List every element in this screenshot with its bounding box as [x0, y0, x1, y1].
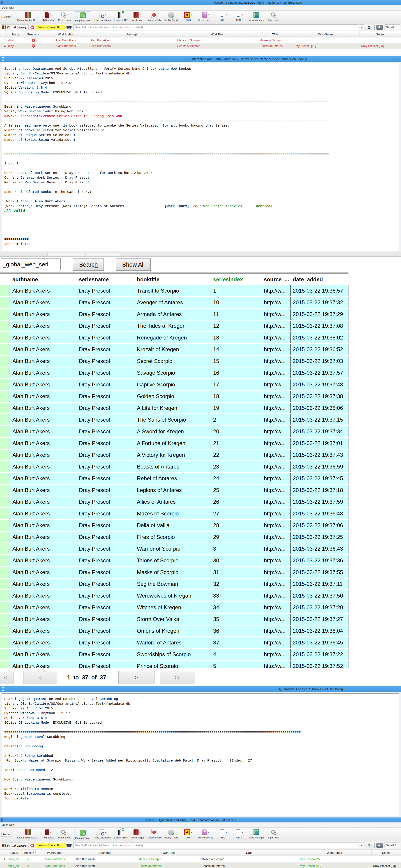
toolbar-item-quarantineandscr[interactable]: QuarantineAndScr...: [17, 829, 38, 840]
web-table-row[interactable]: Alan Burt AkersDray PrescotCaptive Scorp…: [0, 379, 348, 390]
saved-searches-box[interactable]: Saved S...: [384, 24, 400, 30]
chevron-down-icon[interactable]: ▾: [67, 14, 68, 16]
show-all-button[interactable]: Show All: [116, 258, 151, 271]
toolbar-item-open-with[interactable]: Open with: [267, 11, 280, 22]
web-table-row[interactable]: Alan Burt AkersDray PrescotLegions of An…: [0, 485, 348, 496]
chevron-down-icon[interactable]: ▾: [191, 831, 192, 834]
toolbar-item-preferences[interactable]: ▾Preferences: [58, 11, 71, 22]
web-table-row[interactable]: Alan Burt AkersDray PrescotDelia of Vall…: [0, 520, 348, 531]
clear-search-icon[interactable]: [376, 25, 383, 30]
column-header-worktitle[interactable]: WorkTitle: [176, 31, 258, 37]
toolbar-item-q-s[interactable]: ▾Q+S: [182, 11, 195, 22]
toolbar-item-abch[interactable]: ▾ABCH: [233, 11, 246, 22]
toolbar-item-derive-genres[interactable]: ▾Derive Genres: [198, 829, 213, 840]
go-button[interactable]: Go!: [366, 843, 374, 848]
column-header-series[interactable]: Series: [360, 31, 401, 37]
column-header-workseries[interactable]: WorkSeries: [292, 31, 360, 37]
web-table-row[interactable]: Alan Burt AkersDray PrescotWarrior of Sc…: [0, 544, 348, 554]
chevron-down-icon[interactable]: ▾: [50, 14, 52, 16]
prev-page-button[interactable]: <: [23, 671, 57, 684]
query-input[interactable]: [1, 258, 61, 270]
remove-filter-icon[interactable]: [30, 26, 34, 29]
toolbar-item-extract-isbn[interactable]: Extract ISBN: [114, 829, 127, 840]
toolbar-item-modify-epub[interactable]: Modify ePub: [148, 11, 161, 22]
toolbar-item-modify-epub[interactable]: Modify ePub: [148, 829, 161, 840]
column-header-workseries[interactable]: WorkSeries: [297, 850, 372, 856]
toolbar-item-view-manager[interactable]: View Manager: [249, 11, 264, 22]
menu-open-with[interactable]: Open with: [2, 6, 14, 9]
web-table-row[interactable]: Alan Burt AkersDray PrescotA Life for Kr…: [0, 403, 348, 413]
chevron-down-icon[interactable]: ▾: [359, 842, 364, 848]
active-search-filter[interactable]: *authors:"=Alan Bur...: [36, 843, 65, 848]
chevron-down-icon[interactable]: ▾: [208, 831, 209, 834]
chevron-down-icon[interactable]: ▾: [226, 831, 227, 834]
toolbar-item-quarantineandscr[interactable]: QuarantineAndScr...: [17, 11, 38, 22]
last-page-button[interactable]: >>: [160, 671, 195, 684]
column-header-num[interactable]: [0, 850, 6, 856]
chevron-down-icon[interactable]: ▾: [191, 14, 192, 16]
web-table-row[interactable]: Alan Burt AkersDray PrescotAvenger of An…: [0, 297, 348, 308]
column-header-booktitle[interactable]: booktitle: [135, 276, 211, 283]
web-table-row[interactable]: Alan Burt AkersDray PrescotA Fortune of …: [0, 438, 348, 449]
web-table-row[interactable]: Alan Burt AkersDray PrescotSecret Scorpi…: [0, 356, 348, 367]
virtual-library-button[interactable]: Virtual Library: [1, 842, 29, 848]
toolbar-item-abc[interactable]: ▾ABC: [216, 829, 229, 840]
web-table-row[interactable]: Alan Burt AkersDray PrescotSavage Scorpi…: [0, 368, 348, 378]
toolbar-item-q-s[interactable]: ▾Q+S: [182, 829, 195, 840]
column-header-workauthor[interactable]: WorkAuthor: [36, 850, 74, 856]
chevron-down-icon[interactable]: ▾: [226, 14, 227, 16]
column-header-series[interactable]: Series: [372, 850, 401, 856]
virtual-library-button[interactable]: Virtual Library: [1, 24, 29, 30]
job-log[interactable]: Starting job: Quarantine And Scrub: Book…: [2, 693, 399, 816]
title-bar[interactable]: calibre - || QuarantineAndScrub_Test4 ::…: [0, 817, 401, 823]
toolbar-item-plugin-updater[interactable]: Plugin updater: [74, 829, 91, 840]
toolbar-item-add-books[interactable]: ▾Add books: [42, 11, 55, 22]
toolbar-item-find-duplicates[interactable]: ▾Find Duplicates: [94, 829, 111, 840]
table-row[interactable]: 2book_ok✓Alan Burt AkersAlan Burt AkersB…: [0, 863, 401, 868]
web-table-row[interactable]: Alan Burt AkersDray PrescotWerewolves of…: [0, 590, 348, 601]
advanced-search-icon[interactable]: [66, 26, 71, 29]
dialog-title-bar[interactable]: Quarantine And Scrub: Miscellany - Verif…: [0, 56, 401, 62]
web-table-row[interactable]: Alan Burt AkersDray PrescotPrince of Sco…: [0, 661, 348, 668]
toolbar-item-derive-genres[interactable]: ▾Derive Genres: [198, 11, 213, 22]
web-table-row[interactable]: Alan Burt AkersDray PrescotMasks of Scor…: [0, 567, 348, 578]
web-table-row[interactable]: Alan Burt AkersDray PrescotTransit to Sc…: [0, 285, 348, 296]
web-table-row[interactable]: Alan Burt AkersDray PrescotAllies of Ant…: [0, 496, 348, 507]
web-table-row[interactable]: Alan Burt AkersDray PrescotA Sword for K…: [0, 426, 348, 437]
table-row[interactable]: 2dirty✗Alan Burt AkersAlan Burt AkersBea…: [0, 43, 401, 49]
web-table-row[interactable]: Alan Burt AkersDray PrescotThe Tides of …: [0, 320, 348, 331]
web-table-row[interactable]: Alan Burt AkersDray PrescotWitches of Kr…: [0, 602, 348, 613]
toolbar-item-abc[interactable]: ▾ABC: [216, 11, 229, 22]
web-table-row[interactable]: Alan Burt AkersDray PrescotSeg the Bowma…: [0, 579, 348, 589]
menu-open-with[interactable]: Open with: [2, 823, 14, 827]
column-header-freeze[interactable]: Freeze▼: [22, 850, 36, 856]
web-table-row[interactable]: Alan Burt AkersDray PrescotRenegade of K…: [0, 332, 348, 343]
toolbar-item-abch[interactable]: ▾ABCH: [233, 829, 246, 840]
toolbar-item-open-with[interactable]: Open with: [267, 829, 280, 840]
column-header-title[interactable]: Title: [200, 850, 297, 856]
web-table-row[interactable]: Alan Burt AkersDray PrescotArmada of Ant…: [0, 309, 348, 320]
chevron-down-icon[interactable]: ▾: [242, 14, 243, 16]
column-header-status[interactable]: Status: [7, 31, 24, 37]
title-bar[interactable]: calibre - || QuarantineAndScrub_Test4 ::…: [0, 0, 401, 5]
column-header-authname[interactable]: authname: [10, 276, 77, 283]
column-header-source[interactable]: source_...: [261, 276, 290, 283]
web-table-row[interactable]: Alan Burt AkersDray PrescotThe Suns of S…: [0, 414, 348, 425]
next-page-button[interactable]: >: [118, 671, 154, 684]
column-header-worktitle[interactable]: WorkTitle: [137, 850, 200, 856]
restart-button[interactable]: Restart: [1, 15, 11, 19]
column-header-title[interactable]: Title: [258, 31, 292, 37]
web-table-row[interactable]: Alan Burt AkersDray PrescotA Victory for…: [0, 450, 348, 460]
window-divider[interactable]: [0, 252, 401, 257]
remove-filter-icon[interactable]: [30, 844, 34, 847]
column-header-seriesname[interactable]: seriesname: [77, 276, 135, 283]
toolbar-item-extract-isbn[interactable]: Extract ISBN: [114, 11, 127, 22]
chevron-down-icon[interactable]: ▾: [242, 831, 243, 834]
table-row[interactable]: 1book_ok✓Alan Burt AkersAlan Burt AkersM…: [0, 856, 401, 863]
column-header-workauthor[interactable]: WorkAuthor: [42, 31, 89, 37]
table-row[interactable]: 1dirty✗Alan Burt AkersAlan Burt AkersMaz…: [0, 37, 401, 43]
restart-button[interactable]: Restart: [1, 832, 11, 837]
clear-search-icon[interactable]: [376, 843, 383, 848]
column-header-num[interactable]: [0, 31, 7, 37]
first-page-button[interactable]: <: [0, 671, 14, 684]
